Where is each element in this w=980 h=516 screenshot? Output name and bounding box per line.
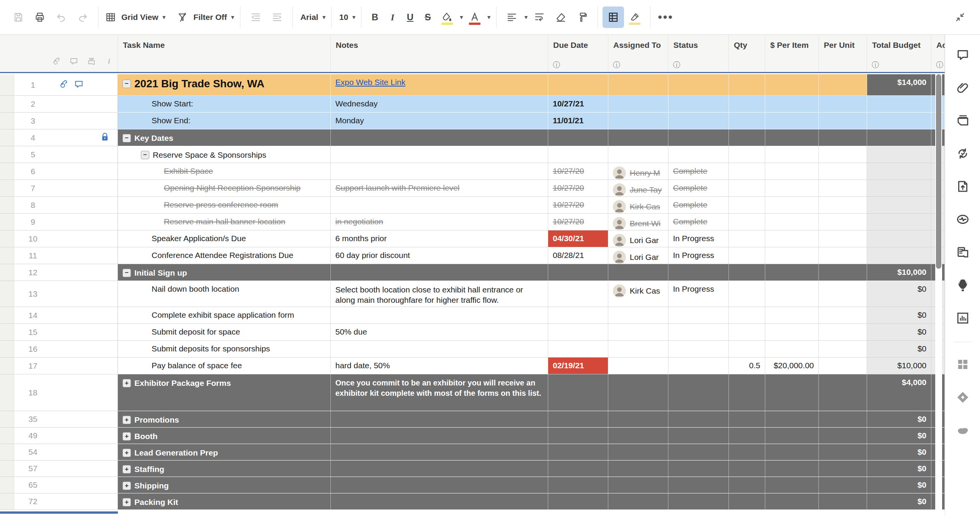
cloud-app-icon[interactable] (952, 420, 973, 441)
task-cell[interactable]: Exhibit Space (118, 163, 331, 180)
per-item-cell[interactable] (765, 214, 819, 230)
attachments-icon[interactable] (952, 77, 973, 98)
conversations-icon[interactable] (952, 44, 973, 65)
status-cell[interactable]: Complete (668, 214, 729, 230)
per-unit-cell[interactable] (819, 96, 867, 113)
indent-icon[interactable] (266, 7, 288, 28)
collapse-toolbar-icon[interactable] (949, 7, 971, 28)
row-number[interactable]: 7 (14, 184, 52, 193)
per-unit-cell[interactable] (819, 113, 867, 129)
per-item-cell[interactable] (765, 96, 819, 113)
balloon-icon[interactable] (952, 274, 973, 296)
notes-cell[interactable] (331, 411, 548, 428)
chevron-down-icon[interactable]: ▼ (161, 14, 167, 20)
due-date-cell[interactable]: 02/19/21 (548, 358, 608, 374)
notes-cell[interactable] (331, 163, 548, 180)
task-cell[interactable]: +Booth (118, 428, 331, 444)
total-budget-cell[interactable] (867, 129, 931, 146)
row-number[interactable]: 12 (14, 268, 52, 277)
per-unit-cell[interactable] (819, 428, 867, 444)
assigned-cell[interactable] (608, 428, 668, 444)
qty-cell[interactable] (729, 324, 765, 341)
info-icon[interactable]: ⓘ (673, 60, 680, 70)
per-unit-cell[interactable] (819, 146, 867, 163)
task-cell[interactable]: −2021 Big Trade Show, WA (118, 74, 331, 96)
proofs-icon[interactable] (952, 110, 973, 131)
qty-cell[interactable] (729, 460, 765, 477)
notes-cell[interactable]: in negotiation (331, 214, 548, 230)
chevron-down-icon[interactable]: ▼ (230, 14, 235, 20)
column-header-assigned-to[interactable]: Assigned Toⓘ (608, 35, 668, 72)
task-cell[interactable]: Conference Attendee Registrations Due (118, 247, 331, 264)
due-date-cell[interactable]: 10/27/21 (548, 96, 608, 113)
row-number[interactable]: 72 (14, 497, 52, 506)
status-cell[interactable] (668, 74, 729, 96)
due-date-cell[interactable] (548, 146, 608, 163)
qty-cell[interactable]: 0.5 (729, 358, 765, 374)
total-budget-cell[interactable]: $0 (867, 460, 931, 477)
task-cell[interactable]: +Shipping (118, 477, 331, 493)
expand-icon[interactable]: + (122, 498, 131, 506)
status-cell[interactable] (668, 264, 729, 281)
per-item-cell[interactable] (765, 264, 819, 281)
column-header-ac[interactable]: Acⓘ (931, 35, 945, 72)
publish-icon[interactable] (952, 176, 973, 197)
per-item-cell[interactable] (765, 146, 819, 163)
expand-icon[interactable]: + (122, 449, 131, 457)
collapse-icon[interactable]: − (141, 151, 149, 159)
row-number[interactable]: 1 (14, 80, 52, 90)
column-header-task-name[interactable]: Task Name (118, 35, 331, 72)
status-cell[interactable] (668, 146, 729, 163)
qty-cell[interactable] (729, 281, 765, 307)
row-number[interactable]: 54 (14, 447, 52, 457)
highlight-icon[interactable] (624, 7, 645, 28)
due-date-cell[interactable] (548, 341, 608, 358)
row-number[interactable]: 18 (14, 388, 52, 397)
notes-cell[interactable] (331, 460, 548, 477)
assigned-cell[interactable] (608, 96, 668, 113)
filter-selector[interactable]: Filter Off (193, 13, 227, 22)
status-cell[interactable] (668, 374, 729, 411)
status-cell[interactable]: In Progress (668, 247, 729, 264)
qty-cell[interactable] (729, 146, 765, 163)
per-unit-cell[interactable] (819, 214, 867, 230)
info-icon[interactable]: ⓘ (872, 60, 879, 70)
per-item-cell[interactable] (765, 281, 819, 307)
chart-icon[interactable] (952, 307, 973, 329)
total-budget-cell[interactable]: $4,000 (867, 374, 931, 411)
collapse-icon[interactable]: − (122, 269, 131, 277)
notes-cell[interactable]: Select booth location close to exhibit h… (331, 281, 548, 307)
per-item-cell[interactable] (765, 444, 819, 460)
due-date-cell[interactable]: 11/01/21 (548, 113, 608, 129)
due-date-cell[interactable]: 10/27/20 (548, 214, 608, 230)
task-cell[interactable]: Show Start: (118, 96, 331, 113)
collapse-icon[interactable]: − (122, 80, 131, 88)
assigned-cell[interactable] (608, 307, 668, 324)
per-item-cell[interactable] (765, 493, 819, 510)
per-item-cell[interactable] (765, 411, 819, 428)
attachment-icon[interactable] (52, 57, 61, 68)
per-unit-cell[interactable] (819, 341, 867, 358)
column-header-notes[interactable]: Notes (331, 35, 548, 72)
filter-icon[interactable] (175, 7, 190, 28)
due-date-cell[interactable]: 10/27/20 (548, 197, 608, 214)
per-unit-cell[interactable] (819, 264, 867, 281)
total-budget-cell[interactable]: $0 (867, 428, 931, 444)
undo-icon[interactable] (51, 7, 72, 28)
row-number[interactable]: 6 (14, 167, 52, 176)
assigned-cell[interactable] (608, 113, 668, 129)
per-item-cell[interactable] (765, 74, 819, 96)
assigned-cell[interactable] (608, 146, 668, 163)
column-header--per-item[interactable]: $ Per Item (765, 35, 819, 72)
due-date-cell[interactable] (548, 374, 608, 411)
per-unit-cell[interactable] (819, 180, 867, 197)
task-cell[interactable]: +Exhibitor Package Forms (118, 374, 331, 411)
per-item-cell[interactable] (765, 113, 819, 129)
status-cell[interactable] (668, 477, 729, 493)
expand-icon[interactable]: + (122, 416, 131, 424)
per-item-cell[interactable] (765, 197, 819, 214)
task-cell[interactable]: Show End: (118, 113, 331, 129)
proof-icon[interactable] (87, 57, 96, 68)
column-header-total-budget[interactable]: Total Budgetⓘ (867, 35, 931, 72)
status-cell[interactable]: Complete (668, 163, 729, 180)
